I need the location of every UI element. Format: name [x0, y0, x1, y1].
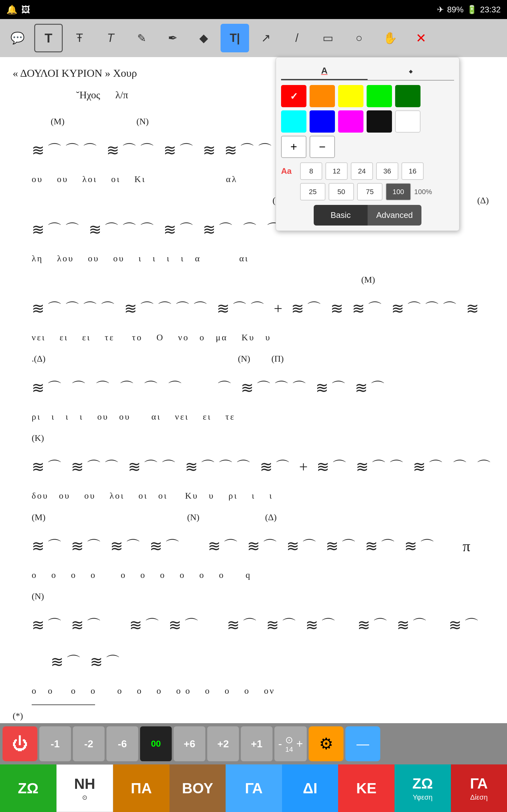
- size-16[interactable]: 16: [401, 162, 424, 180]
- note-pa[interactable]: ΠΑ: [113, 764, 170, 812]
- power-button[interactable]: ⏻: [3, 726, 38, 761]
- rectangle-tool[interactable]: ▭: [314, 24, 342, 52]
- plus-6-btn[interactable]: +6: [174, 726, 205, 761]
- plus-1-btn[interactable]: +1: [241, 726, 273, 761]
- main-title: « ΔΟΥΛΟΙ ΚΥΡΙΟΝ » Χουρ: [13, 67, 137, 79]
- color-red[interactable]: [281, 85, 306, 107]
- edit-tool[interactable]: ✎: [127, 24, 156, 52]
- counter-icon: ⊙: [285, 734, 293, 745]
- neume-line-4: ≋⌒ ⌒ ⌒ ⌒ ⌒ ⌒ ⌒ ≋⌒⌒⌒ ≋⌒ ≋⌒: [32, 369, 494, 406]
- note-di[interactable]: ΔΙ: [282, 764, 338, 812]
- color-row-2: [281, 110, 454, 133]
- neume-line-6: ≋⌒ ≋⌒ ≋⌒ ≋⌒ ≋⌒ ≋⌒ ≋⌒ ≋⌒ ≋⌒ ≋⌒ π: [32, 528, 494, 564]
- neume-line-7: ≋⌒ ≋⌒ ≋⌒ ≋⌒ ≋⌒ ≋⌒ ≋⌒ ≋⌒ ≋⌒ ≋⌒ ≋⌒ ≋⌒: [32, 607, 494, 680]
- opacity-50[interactable]: 50: [329, 183, 354, 200]
- bottom-row2: ΖΩ ΝΗ ⊙ ΠΑ ΒΟΥ ΓΑ ΔΙ ΚΕ ΖΩ Υφεση ΓΑ Δίεσ…: [0, 764, 507, 812]
- status-left-icons: 🔔 🖼: [6, 4, 30, 15]
- color-black[interactable]: [367, 110, 392, 133]
- circle-tool[interactable]: ○: [345, 24, 373, 52]
- opacity-25[interactable]: 25: [300, 183, 326, 200]
- toolbar: 💬 T Ŧ T ✎ ✒ ◆ T| ↗ / ▭ ○ ✋ ✕: [0, 19, 507, 57]
- text-insert-tool[interactable]: T|: [221, 24, 249, 52]
- line-tool[interactable]: /: [283, 24, 311, 52]
- photo-icon: 🖼: [21, 4, 30, 15]
- neume-line-3: ≋⌒⌒⌒⌒ ≋⌒⌒⌒⌒ ≋⌒⌒ + ≋⌒ ≋ ≋⌒ ≋⌒⌒⌒ ≋: [32, 290, 494, 327]
- eraser-tool[interactable]: ◆: [189, 24, 218, 52]
- advanced-btn[interactable]: Advanced: [368, 205, 421, 225]
- status-right: ✈ 89% 🔋 23:32: [437, 5, 501, 14]
- color-yellow[interactable]: [338, 85, 363, 107]
- opacity-75[interactable]: 75: [357, 183, 383, 200]
- opacity-100[interactable]: 100: [386, 183, 411, 200]
- color-picker-popup: A ⬥ + − Aa 8 12 24 36 16 25 50 75 100: [276, 57, 459, 231]
- note-ni[interactable]: ΝΗ ⊙: [56, 764, 113, 812]
- note-ga[interactable]: ΓΑ: [226, 764, 282, 812]
- remove-color-btn[interactable]: −: [309, 136, 335, 158]
- size-8[interactable]: 8: [300, 162, 322, 180]
- arrow-diagonal-tool[interactable]: ↗: [251, 24, 280, 52]
- picker-tabs: A ⬥: [281, 62, 454, 81]
- size-row: Aa 8 12 24 36 16: [281, 162, 454, 180]
- airplane-icon: ✈: [437, 5, 444, 14]
- marker-n: (Ν): [32, 586, 494, 607]
- counter-value: 14: [285, 745, 293, 754]
- minus-2-btn[interactable]: -2: [73, 726, 105, 761]
- text-bold-tool[interactable]: T: [34, 24, 63, 52]
- tab-highlight-color[interactable]: ⬥: [368, 62, 454, 80]
- size-12[interactable]: 12: [326, 162, 348, 180]
- plus-minus-row: + −: [281, 136, 454, 158]
- battery-icon: 🔋: [467, 5, 477, 14]
- color-orange[interactable]: [309, 85, 335, 107]
- basic-advanced-row: Basic Advanced: [281, 205, 454, 225]
- add-color-btn[interactable]: +: [281, 136, 306, 158]
- color-row-1: [281, 85, 454, 107]
- counter-plus-btn[interactable]: +: [296, 737, 303, 751]
- note-ke[interactable]: ΚΕ: [338, 764, 395, 812]
- syllable-line-2: λη λου ου ου ι ι ι ι α αι: [32, 248, 494, 269]
- color-green[interactable]: [395, 85, 420, 107]
- battery-level: 89%: [447, 5, 464, 14]
- note-zo-low[interactable]: ΖΩ: [0, 764, 56, 812]
- settings-button[interactable]: ⚙: [308, 726, 343, 761]
- hand-tool[interactable]: ✋: [376, 24, 404, 52]
- note-zo-flat[interactable]: ΖΩ Υφεση: [395, 764, 451, 812]
- color-lime[interactable]: [367, 85, 392, 107]
- asterisk-2: (*) Τονισθείς ύπό Θρ.Σtανίτσα.: [13, 705, 494, 723]
- aa-label: Aa: [281, 166, 297, 176]
- color-white[interactable]: [395, 110, 420, 133]
- bottom-toolbar: ⏻ -1 -2 -6 00 +6 +2 +1 - ⊙ 14 + ⚙ — ΖΩ Ν…: [0, 723, 507, 812]
- collapse-button[interactable]: —: [345, 726, 380, 761]
- counter-minus-btn[interactable]: -: [278, 737, 282, 751]
- syllable-line-3: νει ει ει τε το Ο νο ο μα Κυ υ: [32, 327, 494, 348]
- syllable-line-7: ο ο ο ο ο ο ο ο ο ο ο ο ον: [32, 680, 494, 701]
- bottom-row1: ⏻ -1 -2 -6 00 +6 +2 +1 - ⊙ 14 + ⚙ —: [0, 723, 507, 764]
- marker-k: (Κ): [32, 427, 494, 449]
- text-cross-tool[interactable]: Ŧ: [65, 24, 94, 52]
- tab-text-color[interactable]: A: [281, 62, 368, 80]
- minus-6-btn[interactable]: -6: [107, 726, 138, 761]
- opacity-row: 25 50 75 100 100%: [281, 183, 454, 200]
- time-display: 23:32: [480, 5, 501, 14]
- basic-btn[interactable]: Basic: [314, 205, 368, 225]
- syllable-line-6: ο ο ο ο ο ο ο ο ο ο q: [32, 564, 494, 586]
- markers-6: (Μ) (Ν) (Δ): [13, 507, 494, 528]
- size-24[interactable]: 24: [351, 162, 373, 180]
- syllable-line-5: δου ου ου λοι οι οι Κυ υ ρι ι ι: [32, 485, 494, 506]
- text-italic-tool[interactable]: T: [96, 24, 125, 52]
- opacity-label: 100%: [414, 188, 432, 196]
- comment-tool[interactable]: 💬: [3, 24, 32, 52]
- minus-1-btn[interactable]: -1: [39, 726, 71, 761]
- color-magenta[interactable]: [338, 110, 363, 133]
- close-tool[interactable]: ✕: [407, 24, 435, 52]
- pen-tool[interactable]: ✒: [158, 24, 187, 52]
- zero-btn[interactable]: 00: [140, 726, 172, 761]
- color-cyan[interactable]: [281, 110, 306, 133]
- status-bar: 🔔 🖼 ✈ 89% 🔋 23:32: [0, 0, 507, 19]
- note-ga-sharp[interactable]: ΓΑ Δίεση: [451, 764, 507, 812]
- size-36[interactable]: 36: [376, 162, 398, 180]
- note-vou[interactable]: ΒΟΥ: [170, 764, 226, 812]
- plus-2-btn[interactable]: +2: [207, 726, 239, 761]
- markers-3: (Μ): [361, 269, 494, 290]
- color-blue[interactable]: [309, 110, 335, 133]
- markers-4: .(Δ) (Ν) (Π): [13, 348, 494, 369]
